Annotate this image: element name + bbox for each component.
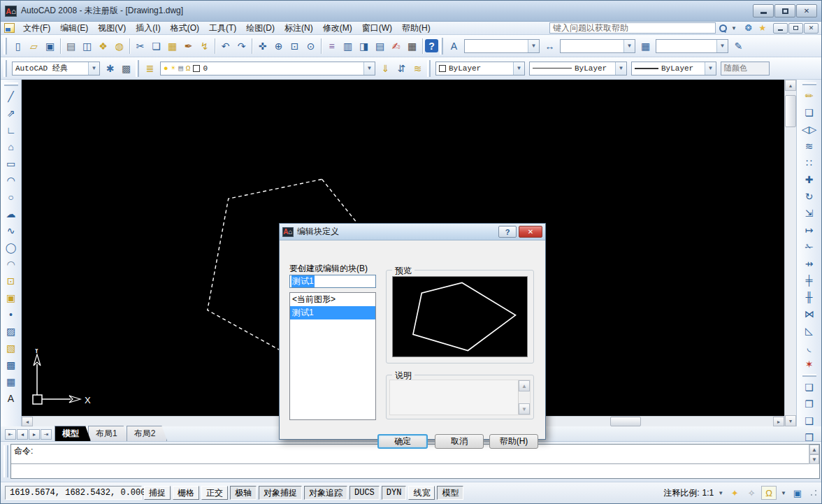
status-toggle[interactable]: 极轴 [230, 486, 257, 500]
3d-dwf-icon[interactable]: ◍ [111, 38, 127, 54]
scroll-up-icon[interactable]: ▲ [519, 380, 530, 391]
status-toggle[interactable]: 线宽 [408, 486, 435, 500]
open-icon[interactable]: ▱ [26, 38, 42, 54]
search-dropdown-icon[interactable]: ▼ [730, 25, 738, 31]
table-style-combo[interactable]: ▼ [656, 39, 728, 53]
workspace-settings-icon[interactable]: ✱ [102, 60, 118, 76]
document-restore-button[interactable] [788, 23, 803, 34]
paste-icon[interactable]: ▦ [164, 38, 180, 54]
bring-above-objects-icon[interactable]: ❑ [801, 412, 818, 429]
menu-item[interactable]: 标注(N) [280, 22, 318, 35]
scroll-right-icon[interactable]: ▸ [773, 417, 784, 426]
bring-to-front-icon[interactable]: ❏ [801, 379, 818, 396]
drawing-file-icon[interactable] [4, 23, 15, 33]
fillet-icon[interactable]: ◟ [801, 339, 818, 356]
status-toggle[interactable]: 模型 [437, 486, 463, 500]
layer-freeze-icon[interactable]: ☀ [171, 64, 176, 73]
menu-item[interactable]: 工具(T) [204, 22, 241, 35]
designcenter-icon[interactable]: ▥ [340, 38, 356, 54]
block-list-item[interactable]: <当前图形> [290, 293, 375, 306]
previous-tab-icon[interactable]: ◂ [17, 429, 28, 440]
circle-icon[interactable]: ○ [3, 189, 20, 206]
toolbar-grip[interactable] [440, 38, 443, 55]
maximize-button[interactable] [774, 4, 795, 17]
move-icon[interactable]: ✚ [801, 171, 818, 188]
toolbar-grip[interactable] [3, 60, 7, 77]
document-minimize-button[interactable] [773, 23, 788, 34]
chevron-down-icon[interactable]: ▼ [363, 62, 375, 75]
sheetset-manager-icon[interactable]: ▤ [372, 38, 388, 54]
help-icon[interactable]: ? [425, 39, 438, 52]
first-tab-icon[interactable]: ⇤ [5, 429, 16, 440]
plot-preview-icon[interactable]: ◫ [79, 38, 95, 54]
match-properties-icon[interactable]: ✒ [180, 38, 196, 54]
status-toggle[interactable]: 对象追踪 [304, 486, 347, 500]
annotation-scale-value[interactable]: 1:1 [702, 488, 714, 498]
markup-set-manager-icon[interactable]: ✍ [388, 38, 404, 54]
make-object-layer-current-icon[interactable]: ⇓ [377, 60, 394, 76]
offset-icon[interactable]: ≋ [801, 138, 818, 154]
cancel-button[interactable]: 取消 [435, 434, 484, 449]
line-icon[interactable]: ╱ [3, 88, 20, 105]
toolbar-grip[interactable] [136, 60, 139, 77]
lock-dropdown-icon[interactable]: ▼ [779, 490, 788, 496]
construction-line-icon[interactable]: ⇗ [3, 105, 20, 122]
menu-item[interactable]: 插入(I) [131, 22, 165, 35]
chevron-down-icon[interactable]: ▼ [615, 62, 626, 75]
scroll-down-icon[interactable]: ▼ [519, 403, 530, 415]
command-input[interactable] [11, 464, 819, 478]
menu-item[interactable]: 修改(M) [318, 22, 357, 35]
spline-icon[interactable]: ∿ [3, 222, 20, 239]
multiline-text-icon[interactable]: A [3, 390, 20, 407]
break-at-point-icon[interactable]: ╪ [801, 272, 818, 289]
menu-item[interactable]: 文件(F) [18, 22, 55, 35]
annotation-scale-dropdown-icon[interactable]: ▼ [716, 490, 725, 496]
command-window-grip[interactable] [3, 445, 8, 477]
tool-palettes-icon[interactable]: ◨ [356, 38, 372, 54]
toolbar-grip[interactable] [4, 82, 18, 86]
status-toggle[interactable]: DYN [382, 486, 407, 500]
polygon-icon[interactable]: ⌂ [3, 138, 20, 155]
trim-icon[interactable]: ✁ [801, 238, 818, 255]
scroll-down-icon[interactable]: ▼ [809, 454, 819, 464]
toolbar-grip[interactable] [802, 374, 816, 377]
layout-tab[interactable]: 模型 [55, 426, 91, 441]
dialog-help-icon[interactable]: ? [498, 226, 517, 238]
copy-object-icon[interactable]: ❏ [801, 104, 818, 121]
vertical-scroll-thumb[interactable] [785, 95, 796, 127]
autocad-app-icon[interactable]: A⌂ [5, 6, 17, 17]
layer-previous-icon[interactable]: ⇵ [394, 60, 410, 76]
vertical-scrollbar[interactable]: ▴ ▾ [784, 80, 796, 426]
scroll-up-icon[interactable]: ▲ [809, 445, 819, 454]
style-edit-icon[interactable]: ✎ [730, 38, 747, 54]
ok-button[interactable]: 确定 [377, 434, 428, 449]
arc-icon[interactable]: ◠ [3, 172, 20, 189]
rectangle-icon[interactable]: ▭ [3, 155, 20, 172]
color-combo[interactable]: ByLayer ▼ [435, 62, 525, 75]
plot-icon[interactable]: ▤ [63, 38, 79, 54]
favorites-icon[interactable]: ★ [756, 22, 769, 34]
scale-icon[interactable]: ⇲ [801, 205, 818, 222]
chevron-down-icon[interactable]: ▼ [705, 62, 716, 75]
break-icon[interactable]: ╫ [801, 289, 818, 305]
properties-icon[interactable]: ≡ [324, 38, 340, 54]
region-icon[interactable]: ▩ [3, 357, 20, 373]
chevron-down-icon[interactable]: ▼ [623, 40, 635, 52]
mirror-icon[interactable]: ◁▷ [801, 121, 818, 138]
point-icon[interactable]: • [3, 306, 20, 323]
my-workspace-icon[interactable]: ▩ [118, 60, 134, 76]
status-toggle[interactable]: 栅格 [173, 486, 199, 500]
stretch-icon[interactable]: ↦ [801, 222, 818, 238]
coordinates-display[interactable]: 1619.5674, 1682.5432, 0.0000 [5, 486, 142, 500]
publish-icon[interactable]: ❖ [95, 38, 111, 54]
resize-grip[interactable] [810, 489, 817, 496]
table-icon[interactable]: ▦ [3, 373, 20, 390]
block-name-input[interactable]: 测试1 [289, 275, 376, 288]
gradient-icon[interactable]: ▧ [3, 340, 20, 357]
menu-item[interactable]: 编辑(E) [55, 22, 93, 35]
save-icon[interactable]: ▣ [42, 38, 58, 54]
make-block-icon[interactable]: ▣ [3, 289, 20, 306]
workspace-combo[interactable]: AutoCAD 经典 ▼ [12, 62, 100, 75]
chevron-down-icon[interactable]: ▼ [513, 62, 524, 75]
array-icon[interactable]: ∷ [801, 154, 818, 171]
